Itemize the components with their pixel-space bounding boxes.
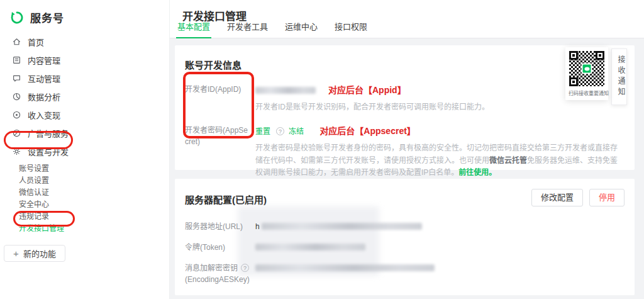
sidebar-item-interaction[interactable]: 互动管理 xyxy=(0,69,169,87)
tab-ops-center[interactable]: 运维中心 xyxy=(284,20,319,38)
submenu-item-dev-interface[interactable]: 开发接口管理 xyxy=(0,223,169,235)
chevron-down-icon xyxy=(55,75,61,81)
chevron-down-icon xyxy=(55,130,61,136)
submenu-item-violation-records[interactable]: 违规记录 xyxy=(0,211,169,223)
freeze-link[interactable]: 冻结 xyxy=(289,127,304,136)
help-icon[interactable]: ? xyxy=(276,127,284,135)
reset-link[interactable]: 重置 xyxy=(255,127,270,136)
qr-finder-pattern xyxy=(569,77,578,86)
chat-bubble-icon xyxy=(12,74,21,83)
sidebar-item-income[interactable]: 收入变现 xyxy=(0,106,169,124)
appid-row: 开发者ID(AppID) 对应后台【Appid】 开发者ID是账号开发识别码，配… xyxy=(185,84,622,114)
home-icon xyxy=(12,37,21,47)
server-config-actions: 修改配置 停用 xyxy=(531,189,625,206)
aeskey-value-redacted xyxy=(255,264,435,271)
qr-caption: 扫码接收重要通知 xyxy=(569,89,605,96)
tab-api-permissions[interactable]: 接口权限 xyxy=(333,20,369,38)
modify-config-button[interactable]: 修改配置 xyxy=(531,189,583,206)
ads-icon xyxy=(12,128,21,138)
server-url-value-redacted xyxy=(262,223,422,230)
sidebar: 服务号 首页 内容管理 互动 xyxy=(0,0,170,299)
sidebar-item-settings-dev[interactable]: 设置与开发 xyxy=(0,142,169,161)
plus-icon: + xyxy=(13,249,19,258)
aeskey-label: 消息加解密密钥? (EncodingAESKey) xyxy=(185,262,255,285)
tab-basic-config[interactable]: 基本配置 xyxy=(176,20,211,38)
token-value-redacted xyxy=(255,244,365,251)
help-icon[interactable]: ? xyxy=(241,264,249,272)
sidebar-item-label: 广告与服务 xyxy=(28,127,69,139)
tab-bar: 基本配置 开发者工具 运维中心 接口权限 xyxy=(176,20,383,38)
aeskey-row: 消息加解密密钥? (EncodingAESKey) xyxy=(185,262,622,285)
sidebar-item-label: 首页 xyxy=(28,36,44,48)
appid-desc: 开发者ID是账号开发识别码，配合开发者密码可调用账号的接口能力。 xyxy=(255,101,622,114)
token-label: 令牌(Token) xyxy=(185,242,255,253)
sidebar-nav: 首页 内容管理 互动管理 xyxy=(0,33,169,262)
sidebar-item-content[interactable]: 内容管理 xyxy=(0,51,169,69)
appsecret-annotation: 对应后台【Appsecret】 xyxy=(319,126,415,136)
sidebar-item-analytics[interactable]: 数据分析 xyxy=(0,87,169,106)
chevron-down-icon xyxy=(55,111,61,118)
sidebar-item-ads[interactable]: 广告与服务 xyxy=(0,124,169,142)
new-feature-button[interactable]: + 新的功能 xyxy=(4,245,65,262)
go-use-link[interactable]: 前往使用。 xyxy=(458,168,496,177)
appsecret-label: 开发者密码(AppSecret) xyxy=(185,125,255,179)
submenu-item-wechat-verify[interactable]: 微信认证 xyxy=(0,187,169,199)
document-icon xyxy=(12,55,21,65)
new-feature-label: 新的功能 xyxy=(23,247,56,259)
cloud-hosting-link[interactable]: 微信云托管 xyxy=(489,156,527,165)
brand-logo-icon xyxy=(10,11,24,25)
receive-notifications-tab[interactable]: 接收通知 xyxy=(611,48,627,105)
pie-chart-icon xyxy=(12,92,21,101)
settings-submenu: 账号设置 人员设置 微信认证 安全中心 违规记录 开发接口管理 xyxy=(0,163,169,235)
submenu-item-staff-settings[interactable]: 人员设置 xyxy=(0,175,169,187)
account-card-title: 账号开发信息 xyxy=(185,58,622,71)
wechat-logo-icon xyxy=(582,64,592,74)
tab-developer-tools[interactable]: 开发者工具 xyxy=(226,20,269,38)
qr-finder-pattern xyxy=(569,51,578,60)
submenu-item-security-center[interactable]: 安全中心 xyxy=(0,199,169,211)
chevron-down-icon xyxy=(55,93,61,99)
qr-finder-pattern xyxy=(596,51,604,60)
page-header: 开发接口管理 基本配置 开发者工具 运维中心 接口权限 xyxy=(170,0,644,38)
server-url-row: 服务器地址(URL) h xyxy=(185,221,622,232)
sidebar-item-home[interactable]: 首页 xyxy=(0,33,169,51)
brand: 服务号 xyxy=(0,0,169,25)
token-row: 令牌(Token) xyxy=(185,242,622,253)
gear-icon xyxy=(12,147,21,156)
aeskey-label-text2: (EncodingAESKey) xyxy=(185,275,250,284)
submenu-item-account-settings[interactable]: 账号设置 xyxy=(0,163,169,175)
server-url-label: 服务器地址(URL) xyxy=(185,221,255,232)
server-config-card: 修改配置 停用 服务器配置(已启用) 服务器地址(URL) h 令牌(Token… xyxy=(175,179,635,295)
main-content: 开发接口管理 基本配置 开发者工具 运维中心 接口权限 账号开发信息 开发者ID… xyxy=(170,0,644,299)
brand-name: 服务号 xyxy=(30,9,64,25)
app-window: 服务号 首页 内容管理 互动 xyxy=(0,0,644,299)
appsecret-row: 开发者密码(AppSecret) 重置?冻结 对应后台【Appsecret】 开… xyxy=(185,125,622,179)
server-url-prefix: h xyxy=(255,222,260,231)
appid-label: 开发者ID(AppID) xyxy=(185,84,255,114)
notify-qr-popover: 扫码接收重要通知 xyxy=(565,47,608,100)
account-dev-info-card: 账号开发信息 开发者ID(AppID) 对应后台【Appid】 开发者ID是账号… xyxy=(175,45,635,170)
aeskey-label-text: 消息加解密密钥 xyxy=(185,264,238,273)
appsecret-desc: 开发者密码是校验账号开发者身份的密码，具有极高的安全性。切记勿把密码直接交给第三… xyxy=(255,142,622,179)
chevron-up-icon xyxy=(55,148,61,154)
chevron-down-icon xyxy=(55,57,61,63)
qr-code xyxy=(569,51,604,86)
sidebar-item-label: 设置与开发 xyxy=(28,145,69,157)
disable-button[interactable]: 停用 xyxy=(589,189,625,206)
coin-icon xyxy=(12,110,21,120)
appid-annotation: 对应后台【Appid】 xyxy=(328,85,406,95)
appid-value-redacted xyxy=(255,87,316,94)
